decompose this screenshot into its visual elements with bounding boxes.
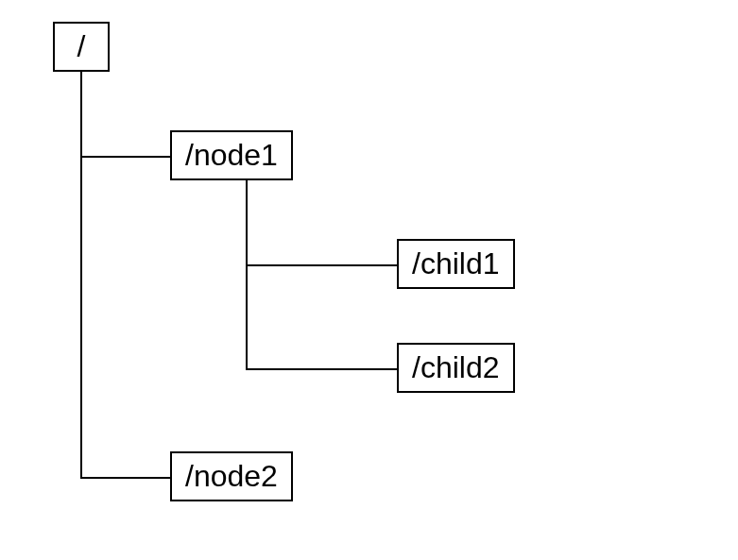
tree-connector-to-node1 bbox=[80, 156, 170, 158]
tree-connector-to-child2 bbox=[246, 368, 397, 370]
node-label: /child2 bbox=[412, 350, 500, 384]
tree-node-child1: /child1 bbox=[397, 239, 515, 289]
node-label: /node1 bbox=[185, 138, 278, 172]
tree-connector-root-vertical bbox=[80, 71, 82, 477]
node-label: /node2 bbox=[185, 459, 278, 493]
tree-connector-to-node2 bbox=[80, 477, 170, 479]
tree-connector-node1-vertical bbox=[246, 179, 248, 368]
tree-connector-to-child1 bbox=[246, 264, 397, 266]
tree-node-root: / bbox=[53, 22, 110, 72]
tree-node-node1: /node1 bbox=[170, 130, 293, 180]
tree-node-node2: /node2 bbox=[170, 451, 293, 501]
node-label: /child1 bbox=[412, 246, 500, 280]
node-label: / bbox=[77, 29, 86, 63]
tree-node-child2: /child2 bbox=[397, 343, 515, 393]
